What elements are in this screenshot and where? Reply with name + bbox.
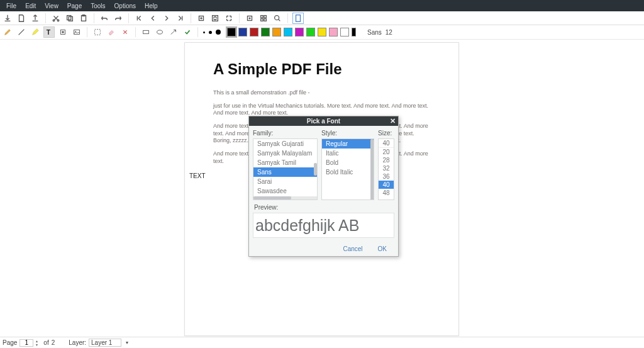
page-number-input[interactable] (19, 339, 33, 347)
save-icon[interactable] (3, 13, 13, 23)
list-item[interactable]: Samyak Tamil (253, 158, 317, 167)
dialog-titlebar[interactable]: Pick a Font ✕ (249, 116, 398, 126)
font-size-display[interactable]: 12 (386, 29, 392, 36)
highlight-tool-icon[interactable] (30, 27, 40, 37)
typed-text-annotation[interactable]: TEXT (189, 172, 206, 179)
ellipse-shape-icon[interactable] (155, 27, 165, 37)
copy-icon[interactable] (65, 13, 75, 23)
swatch-half-black[interactable] (352, 28, 356, 36)
cut-icon[interactable] (51, 13, 61, 23)
doc-paragraph: just for use in the Virtual Mechanics tu… (213, 103, 430, 117)
layer-select[interactable]: Layer 1 (89, 339, 121, 347)
list-item[interactable]: 36 (379, 172, 394, 181)
rect-shape-icon[interactable] (141, 27, 151, 37)
separator (135, 27, 136, 37)
list-item[interactable]: Bold Italic (322, 167, 374, 177)
paste-icon[interactable] (79, 13, 89, 23)
swatch-yellow[interactable] (318, 28, 326, 36)
menu-view[interactable]: View (41, 1, 62, 11)
list-item[interactable]: Samyak Malayalam (253, 149, 317, 158)
separator (87, 27, 87, 37)
stroke-thick-icon[interactable] (216, 30, 221, 35)
chevron-down-icon[interactable]: ▾ (126, 340, 128, 345)
stroke-medium-icon[interactable] (209, 31, 212, 34)
grid-icon[interactable] (258, 13, 269, 23)
swatch-black[interactable] (227, 28, 236, 36)
page-of-label: of (43, 339, 48, 346)
select-tool-icon[interactable] (92, 27, 103, 37)
swatch-pink[interactable] (329, 28, 338, 36)
page-spinner[interactable]: ▴▾ (36, 339, 41, 347)
scrollbar-horizontal[interactable] (253, 196, 317, 199)
zoom-in-icon[interactable] (196, 13, 206, 23)
checkmark-shape-icon[interactable] (182, 27, 192, 37)
menu-options[interactable]: Options (111, 1, 140, 11)
swatch-darkgreen[interactable] (261, 28, 270, 36)
menu-tools[interactable]: Tools (87, 1, 109, 11)
undo-icon[interactable] (99, 13, 109, 23)
erase-tool-icon[interactable] (106, 27, 116, 37)
menu-file[interactable]: File (3, 1, 20, 11)
swatch-cyan[interactable] (284, 28, 292, 36)
fit-page-icon[interactable] (210, 13, 220, 23)
menu-edit[interactable]: Edit (21, 1, 40, 11)
stamp-tool-icon[interactable] (58, 27, 68, 37)
menu-help[interactable]: Help (141, 1, 162, 11)
list-item[interactable]: Regular (322, 139, 374, 149)
list-item[interactable]: Italic (322, 149, 374, 158)
prev-page-icon[interactable] (148, 13, 158, 23)
new-page-icon[interactable] (16, 13, 26, 23)
list-item[interactable]: 28 (379, 156, 394, 164)
fullscreen-icon[interactable] (224, 13, 234, 23)
scrollbar-thumb[interactable] (370, 139, 374, 200)
list-item[interactable]: Sans (253, 167, 317, 177)
pick-font-dialog: Pick a Font ✕ Family: Samyak Gujarati Sa… (248, 116, 399, 257)
list-item[interactable]: Bold (322, 158, 374, 167)
first-page-icon[interactable] (134, 13, 144, 23)
list-item[interactable]: Sarai (253, 177, 317, 186)
list-item[interactable]: 20 (379, 148, 394, 156)
swatch-orange[interactable] (272, 28, 281, 36)
menubar: File Edit View Page Tools Options Help (0, 0, 644, 11)
last-page-icon[interactable] (175, 13, 186, 23)
page-total: 2 (52, 339, 55, 346)
list-item[interactable]: Samyak Gujarati (253, 139, 317, 149)
swatch-white[interactable] (340, 28, 349, 36)
stroke-thin-icon[interactable] (203, 31, 205, 33)
zoom-out-actual-icon[interactable] (245, 13, 255, 23)
size-input-value[interactable]: 40 (379, 139, 394, 148)
swatch-green[interactable] (306, 28, 315, 36)
delete-tool-icon[interactable] (120, 27, 130, 37)
list-item[interactable]: 32 (379, 164, 394, 172)
family-listbox[interactable]: Samyak Gujarati Samyak Malayalam Samyak … (253, 138, 318, 200)
next-page-icon[interactable] (162, 13, 172, 23)
style-listbox[interactable]: Regular Italic Bold Bold Italic (321, 138, 374, 200)
list-item[interactable]: 40 (379, 181, 394, 189)
open-icon[interactable] (30, 13, 40, 23)
pencil-tool-icon[interactable] (3, 27, 13, 37)
font-name-display[interactable]: Sans (367, 29, 382, 36)
page-icon[interactable] (293, 13, 303, 23)
svg-rect-22 (143, 30, 149, 33)
swatch-red[interactable] (250, 28, 258, 36)
ok-button[interactable]: OK (378, 245, 387, 252)
image-tool-icon[interactable] (72, 27, 82, 37)
redo-icon[interactable] (113, 13, 123, 23)
swatch-magenta[interactable] (295, 28, 304, 36)
close-icon[interactable]: ✕ (390, 117, 396, 125)
text-tool-icon[interactable]: T (44, 27, 54, 37)
size-listbox[interactable]: 40 20 28 32 36 40 48 (378, 138, 394, 200)
swatch-blue[interactable] (238, 28, 247, 36)
arrow-shape-icon[interactable] (169, 27, 179, 37)
layer-value: Layer 1 (91, 339, 112, 346)
menu-page[interactable]: Page (64, 1, 86, 11)
search-icon[interactable] (272, 13, 282, 23)
line-tool-icon[interactable] (16, 27, 26, 37)
svg-rect-11 (264, 15, 267, 18)
chevron-down-icon[interactable]: ▾ (36, 343, 41, 347)
scrollbar-thumb[interactable] (314, 163, 317, 176)
cancel-button[interactable]: Cancel (343, 245, 362, 252)
list-item[interactable]: 48 (379, 189, 394, 197)
list-item[interactable]: Sawasdee (253, 186, 317, 196)
doc-paragraph: This is a small demonstration .pdf file … (213, 89, 430, 97)
